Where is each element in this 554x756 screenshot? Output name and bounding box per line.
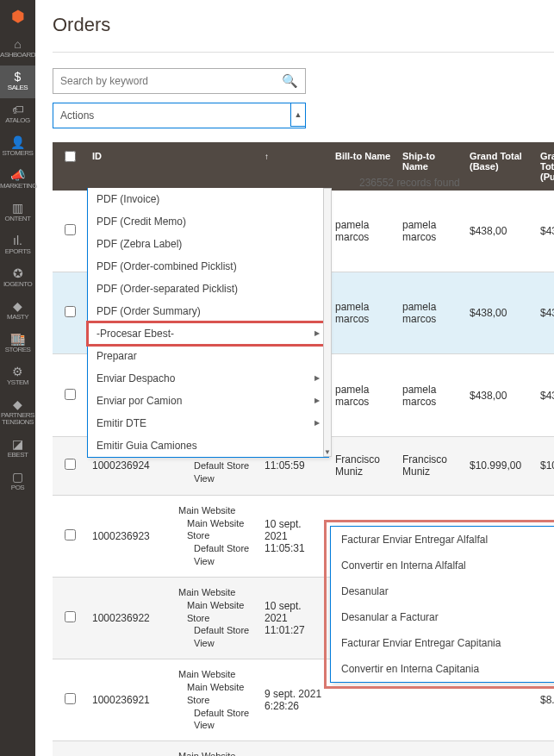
page-title: Orders [53,14,554,36]
sidebar-item-ystem[interactable]: ⚙YSTEM [0,360,35,393]
sidebar-item-stomers[interactable]: 👤STOMERS [0,131,35,164]
sidebar-item-pos[interactable]: ▢POS [0,465,35,498]
submenu-item[interactable]: Convertir en Interna Alfalfal [331,553,554,578]
sidebar-label: ATALOG [0,117,35,124]
cell-grandtotal-purchased: $438,0 [535,298,554,328]
cell-purchase-point: Main WebsiteMain Website StoreDefault St… [173,659,259,740]
sidebar-icon: ıl. [0,234,35,247]
actions-dropdown-button[interactable]: Actions ▲ [53,103,306,128]
dropdown-scrollbar[interactable]: ▼ [323,188,332,457]
submenu-item[interactable]: Facturar Enviar Entregar Alfalfal [331,527,554,553]
column-date[interactable] [259,142,330,191]
sidebar-item-ontent[interactable]: ▥ONTENT [0,197,35,229]
cell-grandtotal-base: $438,00 [464,298,535,328]
cell-date: 10 sept. 2021 11:05:31 [259,509,330,563]
column-pv[interactable] [173,142,259,191]
sidebar-icon: 🏬 [0,333,35,345]
actions-menu-item[interactable]: -Procesar Ebest- [88,322,328,345]
main-content: Orders 🔍 Actions ▲ 236552 records found … [35,0,554,756]
sidebar-item-ashboard[interactable]: ⌂ASHBOARD [0,33,35,66]
actions-menu-item[interactable]: Emitir Guia Camiones [88,434,328,457]
actions-menu-item[interactable]: PDF (Invoice) [88,188,328,210]
select-all-checkbox[interactable] [65,151,76,162]
actions-menu-item[interactable]: PDF (Credit Memo) [88,210,328,233]
cell-billto: pamela marcos [330,210,397,252]
sidebar-label: POS [0,484,35,491]
submenu-item[interactable]: Desanular a Facturar [331,604,554,630]
submenu-item[interactable]: Convertir en Interna Capitania [331,656,554,682]
cell-grandtotal-purchased: $10.999,0 [535,451,554,480]
cell-shipto [397,691,464,709]
sidebar-label: STOMERS [0,150,35,157]
actions-menu-item[interactable]: PDF (Order-separated Picklist) [88,278,328,300]
row-checkbox[interactable] [65,389,76,400]
actions-label: Actions [60,109,94,122]
row-checkbox[interactable] [65,611,76,622]
sidebar-label: YSTEM [0,379,35,386]
sidebar-item-atalog[interactable]: 🏷ATALOG [0,98,35,131]
sidebar-item-iogento[interactable]: ✪IOGENTO [0,262,35,295]
records-found: 236552 records found [359,177,460,189]
actions-menu-item[interactable]: Emitir DTE [88,412,328,434]
cell-purchase-point: Main WebsiteMain Website StoreDefault St… [173,578,259,659]
cell-billto: pamela marcos [330,292,397,334]
row-checkbox[interactable] [65,529,76,540]
actions-dropdown-menu: PDF (Invoice)PDF (Credit Memo)PDF (Zebra… [87,188,329,458]
column-grandtotal-base[interactable]: Grand Total (Base) [464,142,535,191]
actions-menu-item[interactable]: PDF (Zebra Label) [88,233,328,255]
cell-shipto: pamela marcos [397,375,464,416]
sidebar-item-ebest[interactable]: ◪EBEST [0,433,35,465]
search-input[interactable] [60,75,282,87]
sidebar-item-partners-tensions[interactable]: ◆PARTNERS TENSIONS [0,393,35,433]
cell-grandtotal-base: $438,00 [464,216,535,246]
search-icon[interactable]: 🔍 [282,73,298,89]
row-checkbox[interactable] [65,306,76,317]
sidebar-item-stores[interactable]: 🏬STORES [0,328,35,360]
table-row[interactable]: 1000236920Main WebsiteMain Website Store… [53,741,554,756]
sidebar-item-eports[interactable]: ıl.EPORTS [0,229,35,262]
row-checkbox[interactable] [65,224,76,235]
column-grandtotal-purchased[interactable]: Grand Tot (Purchase [535,142,554,191]
sidebar-label: IOGENTO [0,281,35,288]
sidebar-icon: ▢ [0,471,35,483]
cell-billto: Francisco Muniz [330,445,397,486]
cell-grandtotal-purchased: $8.0 [535,685,554,715]
submenu-item[interactable]: Facturar Enviar Entregar Capitania [331,630,554,656]
cell-purchase-point: Main WebsiteMain Website StoreDefault St… [173,741,259,756]
actions-menu-item[interactable]: Enviar por Camion [88,390,328,412]
cell-grandtotal-purchased: $438,0 [535,381,554,410]
cell-id: 1000236923 [87,522,173,551]
cell-date: 10 sept. 2021 11:01:27 [259,591,330,645]
sidebar-label: EPORTS [0,248,35,255]
sidebar-icon: $ [0,71,35,83]
sidebar-icon: ⌂ [0,38,35,50]
sidebar-label: STORES [0,347,35,353]
actions-menu-item[interactable]: PDF (Order-combined Picklist) [88,255,328,278]
sidebar-item-sales[interactable]: $SALES [0,66,35,98]
column-checkbox[interactable] [53,142,87,191]
sidebar-icon: ◪ [0,438,35,450]
cell-grandtotal-base: $10.999,00 [464,451,535,480]
actions-menu-item[interactable]: Preparar [88,345,328,367]
sidebar-item-masty[interactable]: ◆MASTY [0,295,35,328]
actions-menu-item[interactable]: Enviar Despacho [88,367,328,390]
sidebar-label: PARTNERS TENSIONS [0,412,35,426]
sidebar-icon: ◆ [0,300,35,312]
sidebar-icon: 👤 [0,136,35,148]
cell-purchase-point: Main WebsiteMain Website StoreDefault St… [173,496,259,577]
sidebar-icon: ⚙ [0,366,35,378]
cell-id: 1000236921 [87,685,173,715]
cell-id: 1000236922 [87,603,173,633]
sidebar-label: ONTENT [0,216,35,222]
sidebar-item-marketing[interactable]: 📣MARKETING [0,164,35,197]
sidebar-label: MARKETING [0,183,35,190]
submenu-item[interactable]: Desanular [331,578,554,604]
sidebar-icon: ◆ [0,398,35,410]
column-id[interactable]: ID [87,142,173,191]
actions-menu-item[interactable]: PDF (Order Summary) [88,300,328,322]
chevron-up-icon[interactable]: ▲ [290,103,306,127]
chevron-down-icon: ▼ [324,448,331,456]
row-checkbox[interactable] [65,693,76,704]
row-checkbox[interactable] [65,459,76,470]
procesar-ebest-submenu: Facturar Enviar Entregar AlfalfalConvert… [330,526,554,683]
